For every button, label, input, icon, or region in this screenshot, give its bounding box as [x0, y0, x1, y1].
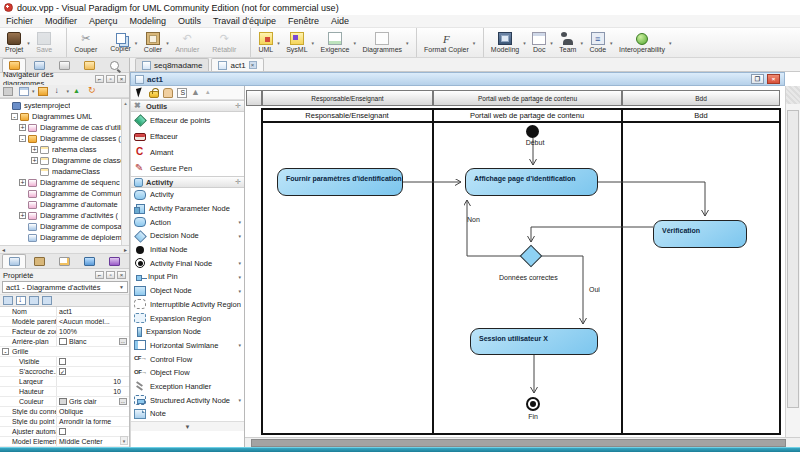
close-panel-icon[interactable]: ×: [117, 75, 126, 83]
stencil-tab[interactable]: [102, 254, 126, 268]
palette-item[interactable]: Gesture Pen: [131, 160, 244, 176]
tree-expander[interactable]: +: [19, 124, 26, 131]
palette-item[interactable]: Aimant: [131, 144, 244, 160]
initial-node[interactable]: [526, 125, 539, 138]
palette-item[interactable]: Initial Node: [131, 243, 244, 257]
property-tab[interactable]: [2, 254, 26, 268]
action-fournir-parametres[interactable]: Fournir paramètres d'identification: [277, 168, 403, 196]
collapse-all-icon[interactable]: [42, 296, 52, 305]
group-by-icon[interactable]: [3, 296, 13, 305]
decision-node[interactable]: [520, 245, 543, 268]
property-row[interactable]: Largeur 10: [0, 377, 129, 387]
tree-expander[interactable]: [19, 201, 26, 208]
property-row[interactable]: Style du point ... Arrondir la forme: [0, 417, 129, 427]
refresh-icon[interactable]: [88, 87, 98, 96]
more-button[interactable]: ...: [119, 398, 127, 405]
action-session-utilisateur[interactable]: Session utilisateur X: [470, 328, 598, 355]
dropdown-arrow-icon[interactable]: ▾: [32, 88, 35, 94]
tree-item[interactable]: Diagramme de déploiem: [0, 232, 129, 243]
menu-item[interactable]: Fichier: [0, 16, 39, 26]
tree-item[interactable]: + Diagramme de classes': [0, 155, 129, 166]
menu-item[interactable]: Outils: [172, 16, 207, 26]
toolbar-button[interactable]: Exigence: [318, 28, 353, 57]
search-tab[interactable]: [102, 58, 126, 72]
dropdown-arrow-icon[interactable]: ▾: [238, 274, 241, 280]
menu-item[interactable]: Modeling: [124, 16, 173, 26]
group-expander[interactable]: [9, 388, 16, 395]
group-expander[interactable]: [2, 408, 9, 415]
dropdown-arrow-icon[interactable]: ▾: [238, 288, 241, 294]
property-value[interactable]: Oblique: [59, 408, 83, 415]
property-row[interactable]: - Grille: [0, 347, 129, 357]
palette-item[interactable]: Expansion Node: [131, 325, 244, 339]
tree-item[interactable]: Diagramme de Commun: [0, 188, 129, 199]
toolbar-button[interactable]: UML: [250, 28, 276, 57]
vertical-scroll-thumb[interactable]: [787, 110, 799, 408]
palette-item[interactable]: Activity Parameter Node: [131, 202, 244, 216]
tree-expander[interactable]: +: [31, 157, 38, 164]
property-value[interactable]: 10: [113, 388, 127, 395]
property-value[interactable]: act1: [59, 308, 72, 315]
section-resize-icon[interactable]: [235, 102, 241, 110]
restore-window-icon[interactable]: ❐: [751, 74, 764, 84]
tree-vertical-scrollbar[interactable]: ▴: [121, 99, 129, 245]
palette-item[interactable]: Effaceur de points: [131, 112, 244, 128]
dropdown-arrow-icon[interactable]: ▾: [27, 40, 32, 46]
new-model-icon[interactable]: [3, 87, 13, 96]
diagram-canvas[interactable]: Responsable/Enseignant Portail web de pa…: [245, 86, 785, 437]
close-panel-icon[interactable]: ×: [117, 271, 126, 279]
tree-expander[interactable]: +: [19, 212, 26, 219]
toolbar-button[interactable]: Team: [556, 28, 579, 57]
dropdown-arrow-icon[interactable]: ▾: [580, 40, 585, 46]
palette-item[interactable]: Decision Node ▾: [131, 229, 244, 243]
toolbar-button[interactable]: Modeling: [483, 28, 522, 57]
group-expander[interactable]: [2, 318, 9, 325]
action-affichage-page[interactable]: Affichage page d'identification: [465, 168, 598, 196]
scroll-left-icon[interactable]: ◂: [2, 246, 5, 253]
tree-expander[interactable]: +: [31, 146, 38, 153]
tree-item[interactable]: Diagramme d'automate: [0, 199, 129, 210]
palette-item[interactable]: Action ▾: [131, 215, 244, 229]
dropdown-arrow-icon[interactable]: ▾: [610, 40, 615, 46]
palette-item[interactable]: Interruptible Activity Region: [131, 298, 244, 312]
pan-icon[interactable]: [163, 88, 173, 98]
dropdown-arrow-icon[interactable]: ▾: [67, 88, 70, 94]
tree-expander[interactable]: -: [19, 135, 26, 142]
palette-item[interactable]: Horizontal Swimlane ▾: [131, 339, 244, 353]
tree-item[interactable]: - Diagrammes UML: [0, 111, 129, 122]
zoom-out-icon[interactable]: [205, 88, 215, 98]
lock-icon[interactable]: [149, 91, 159, 98]
property-row[interactable]: Nom act1: [0, 307, 129, 317]
image-tab[interactable]: [77, 254, 101, 268]
property-row[interactable]: Style du conne... Oblique: [0, 407, 129, 417]
toolbar-button[interactable]: Rétablir: [209, 28, 239, 57]
menu-item[interactable]: Aide: [325, 16, 355, 26]
lane-header[interactable]: Portail web de partage de contenu: [432, 108, 622, 123]
palette-item[interactable]: Activity Final Node ▾: [131, 256, 244, 270]
dropdown-arrow-icon[interactable]: ▾: [238, 260, 241, 266]
float-panel-icon[interactable]: ⌐: [95, 75, 104, 83]
expand-up-icon[interactable]: [72, 87, 82, 96]
clipboard-tab[interactable]: [27, 254, 51, 268]
dropdown-arrow-icon[interactable]: ▾: [238, 219, 241, 225]
palette-item[interactable]: Object Flow: [131, 366, 244, 380]
palette-item[interactable]: Activity: [131, 188, 244, 202]
dropdown-arrow-icon[interactable]: ▾: [473, 40, 478, 46]
property-row[interactable]: Facteur de zoom 100%: [0, 327, 129, 337]
property-value[interactable]: Blanc: [69, 338, 87, 345]
tree-expander[interactable]: -: [11, 113, 18, 120]
group-expander[interactable]: [2, 418, 9, 425]
property-value[interactable]: <Aucun modèl...: [59, 318, 110, 325]
group-expander[interactable]: [2, 438, 9, 445]
palette-item[interactable]: Exception Handler: [131, 380, 244, 394]
tree-item[interactable]: + Diagramme de cas d'utili: [0, 122, 129, 133]
dropdown-arrow-icon[interactable]: ▾: [277, 40, 282, 46]
section-resize-icon[interactable]: [235, 178, 241, 186]
tree-expander[interactable]: [19, 190, 26, 197]
zoom-in-icon[interactable]: [191, 88, 201, 98]
minimize-panel-icon[interactable]: ▫: [106, 271, 115, 279]
palette-section-outils[interactable]: Outils: [131, 100, 244, 112]
toolbar-button[interactable]: Coller: [141, 28, 165, 57]
float-panel-icon[interactable]: ⌐: [95, 271, 104, 279]
toolbar-button[interactable]: Couper: [66, 28, 100, 57]
